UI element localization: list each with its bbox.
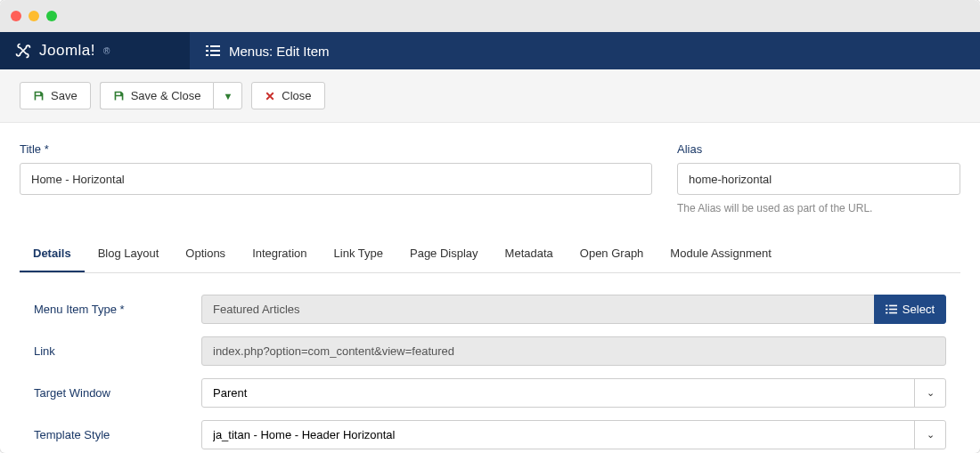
list-icon: [886, 303, 897, 315]
tab-options[interactable]: Options: [172, 236, 239, 272]
tabs: Details Blog Layout Options Integration …: [20, 236, 960, 273]
template-style-label: Template Style: [34, 428, 201, 441]
menu-item-type-label: Menu Item Type *: [34, 303, 201, 316]
svg-rect-6: [886, 305, 887, 307]
title-alias-row: Title * Alias The Alias will be used as …: [20, 142, 960, 214]
window-minimize-dot[interactable]: [29, 11, 39, 21]
title-field-group: Title *: [20, 142, 652, 214]
link-row: Link index.php?option=com_content&view=f…: [34, 336, 946, 366]
app-header: Joomla!® Menus: Edit Item: [0, 32, 980, 69]
tab-open-graph[interactable]: Open Graph: [567, 236, 657, 272]
details-panel: Menu Item Type * Featured Articles Selec…: [20, 273, 960, 453]
select-type-button[interactable]: Select: [874, 295, 946, 324]
list-icon: [206, 44, 220, 58]
menu-item-type-value: Featured Articles: [201, 295, 875, 324]
svg-rect-1: [210, 45, 220, 47]
save-button[interactable]: Save: [20, 82, 91, 109]
template-style-select[interactable]: ja_titan - Home - Header Horizontal: [201, 420, 946, 449]
svg-rect-7: [889, 305, 897, 307]
alias-helper: The Alias will be used as part of the UR…: [677, 202, 960, 214]
page-heading: Menus: Edit Item: [190, 32, 346, 69]
save-icon: [113, 90, 125, 101]
title-label: Title *: [20, 142, 652, 156]
svg-rect-10: [886, 312, 887, 314]
window-zoom-dot[interactable]: [46, 11, 57, 21]
link-value: index.php?option=com_content&view=featur…: [201, 336, 946, 366]
menu-item-type-row: Menu Item Type * Featured Articles Selec…: [34, 295, 946, 324]
svg-rect-0: [206, 45, 208, 47]
content-area: Title * Alias The Alias will be used as …: [0, 123, 980, 453]
tab-integration[interactable]: Integration: [239, 236, 320, 272]
brand-name: Joomla!: [39, 42, 95, 60]
svg-rect-8: [886, 309, 887, 311]
titlebar: [0, 0, 980, 32]
svg-rect-5: [210, 54, 220, 56]
window-close-dot[interactable]: [11, 11, 21, 21]
save-dropdown-button[interactable]: ▼: [213, 82, 242, 109]
svg-rect-9: [889, 309, 897, 311]
toolbar: Save Save & Close ▼ Close: [0, 69, 980, 123]
close-button[interactable]: Close: [251, 82, 324, 109]
tab-metadata[interactable]: Metadata: [492, 236, 567, 272]
target-window-label: Target Window: [34, 386, 201, 400]
tab-details[interactable]: Details: [20, 236, 85, 272]
joomla-logo-icon: [14, 42, 32, 60]
link-label: Link: [34, 344, 201, 358]
tab-module-assignment[interactable]: Module Assignment: [657, 236, 784, 272]
svg-rect-3: [210, 50, 220, 52]
tab-page-display[interactable]: Page Display: [396, 236, 492, 272]
page-title: Menus: Edit Item: [229, 44, 330, 59]
close-icon: [265, 91, 275, 101]
target-window-select[interactable]: Parent: [201, 378, 946, 408]
save-close-label: Save & Close: [131, 89, 201, 102]
save-icon: [33, 90, 45, 101]
svg-rect-4: [206, 54, 208, 56]
svg-rect-2: [206, 50, 208, 52]
alias-label: Alias: [677, 142, 960, 156]
save-close-group: Save & Close ▼: [100, 82, 243, 109]
template-style-row: Template Style ja_titan - Home - Header …: [34, 420, 946, 449]
target-window-row: Target Window Parent ⌄: [34, 378, 946, 408]
tab-blog-layout[interactable]: Blog Layout: [85, 236, 173, 272]
alias-field-group: Alias The Alias will be used as part of …: [677, 142, 960, 214]
save-close-button[interactable]: Save & Close: [100, 82, 214, 109]
svg-rect-11: [889, 312, 897, 314]
save-label: Save: [51, 89, 78, 102]
tab-link-type[interactable]: Link Type: [321, 236, 396, 272]
close-label: Close: [282, 89, 311, 102]
brand[interactable]: Joomla!®: [0, 32, 190, 69]
select-button-label: Select: [902, 303, 935, 316]
chevron-down-icon: ▼: [223, 91, 233, 101]
title-input[interactable]: [20, 163, 652, 195]
app-window: Joomla!® Menus: Edit Item Save: [0, 0, 980, 453]
alias-input[interactable]: [677, 163, 960, 195]
